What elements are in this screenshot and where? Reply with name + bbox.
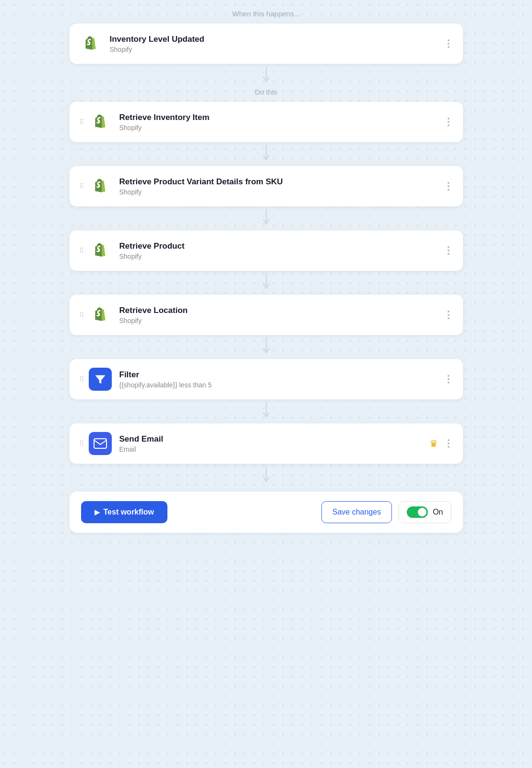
action-card-1-menu[interactable] xyxy=(444,116,453,128)
action-card-3-subtitle: Shopify xyxy=(119,252,440,260)
drag-handle-4[interactable]: ⠿ xyxy=(79,311,83,319)
action-card-filter: ⠿ Filter {{shopify.available}} less than… xyxy=(70,359,463,399)
play-icon: ▶ xyxy=(95,508,100,516)
shopify-icon-3 xyxy=(89,239,112,262)
action-card-1-content: Retrieve Inventory Item Shopify xyxy=(119,113,440,132)
toggle-switch xyxy=(407,506,428,518)
trigger-card: Inventory Level Updated Shopify xyxy=(70,24,463,64)
action-card-retrieve-location: ⠿ Retrieve Location Shopify xyxy=(70,295,463,335)
action-card-6-menu[interactable] xyxy=(444,437,453,450)
action-card-retrieve-inventory: ⠿ Retrieve Inventory Item Shopify xyxy=(70,102,463,142)
action-card-3-title: Retrieve Product xyxy=(119,241,440,251)
action-card-5-content: Filter {{shopify.available}} less than 5 xyxy=(119,370,440,389)
test-workflow-button[interactable]: ▶ Test workflow xyxy=(81,501,168,523)
shopify-trigger-icon xyxy=(79,32,102,55)
drag-handle-3[interactable]: ⠿ xyxy=(79,247,83,254)
trigger-card-content: Inventory Level Updated Shopify xyxy=(110,35,440,53)
right-actions: Save changes On xyxy=(321,501,451,523)
arrow-7 xyxy=(260,464,272,488)
action-card-2-subtitle: Shopify xyxy=(119,188,440,196)
action-card-4-content: Retrieve Location Shopify xyxy=(119,306,440,324)
toggle-container[interactable]: On xyxy=(399,501,451,523)
save-changes-button[interactable]: Save changes xyxy=(321,501,392,523)
action-card-3-menu[interactable] xyxy=(444,244,453,257)
arrow-4 xyxy=(260,271,272,295)
action-card-1-subtitle: Shopify xyxy=(119,124,440,132)
trigger-card-subtitle: Shopify xyxy=(110,46,440,53)
action-card-4-subtitle: Shopify xyxy=(119,317,440,324)
action-card-2-menu[interactable] xyxy=(444,180,453,192)
action-card-4-title: Retrieve Location xyxy=(119,306,440,315)
action-card-6-subtitle: Email xyxy=(119,445,429,453)
action-card-6-content: Send Email Email xyxy=(119,434,429,453)
action-card-5-subtitle: {{shopify.available}} less than 5 xyxy=(119,381,440,389)
drag-handle-2[interactable]: ⠿ xyxy=(79,182,83,190)
arrow-2 xyxy=(260,142,272,166)
action-card-retrieve-variant: ⠿ Retrieve Product Variant Details from … xyxy=(70,166,463,206)
toggle-label: On xyxy=(433,508,443,516)
drag-handle-5[interactable]: ⠿ xyxy=(79,375,83,383)
shopify-icon-4 xyxy=(89,303,112,326)
action-card-5-title: Filter xyxy=(119,370,440,380)
action-card-2-content: Retrieve Product Variant Details from SK… xyxy=(119,177,440,196)
action-card-3-content: Retrieve Product Shopify xyxy=(119,241,440,260)
email-app-icon xyxy=(89,432,112,455)
arrow-3 xyxy=(260,206,272,230)
bottom-bar: ▶ Test workflow Save changes On xyxy=(70,492,463,533)
shopify-icon-1 xyxy=(89,110,112,133)
trigger-label: When this happens... xyxy=(232,10,300,18)
action-card-2-title: Retrieve Product Variant Details from SK… xyxy=(119,177,440,187)
shopify-icon-2 xyxy=(89,175,112,198)
filter-icon xyxy=(89,368,112,391)
trigger-card-title: Inventory Level Updated xyxy=(110,35,440,44)
svg-rect-11 xyxy=(94,439,106,448)
action-card-1-title: Retrieve Inventory Item xyxy=(119,113,440,122)
drag-handle-1[interactable]: ⠿ xyxy=(79,118,83,126)
action-card-retrieve-product: ⠿ Retrieve Product Shopify xyxy=(70,230,463,271)
arrow-5 xyxy=(260,335,272,359)
action-card-4-menu[interactable] xyxy=(444,309,453,321)
arrow-6 xyxy=(260,399,272,423)
workflow-container: When this happens... Inventory Level Upd… xyxy=(70,10,463,533)
toggle-knob xyxy=(418,508,426,516)
save-changes-label: Save changes xyxy=(332,508,381,516)
action-card-6-title: Send Email xyxy=(119,434,429,444)
crown-icon: ♛ xyxy=(429,438,438,449)
test-workflow-label: Test workflow xyxy=(104,508,154,516)
drag-handle-6[interactable]: ⠿ xyxy=(79,440,83,447)
action-card-5-menu[interactable] xyxy=(444,373,453,385)
action-label: Do this xyxy=(255,88,277,96)
action-card-send-email: ⠿ Send Email Email ♛ xyxy=(70,423,463,464)
arrow-1 xyxy=(260,64,272,88)
trigger-card-menu[interactable] xyxy=(444,37,453,50)
